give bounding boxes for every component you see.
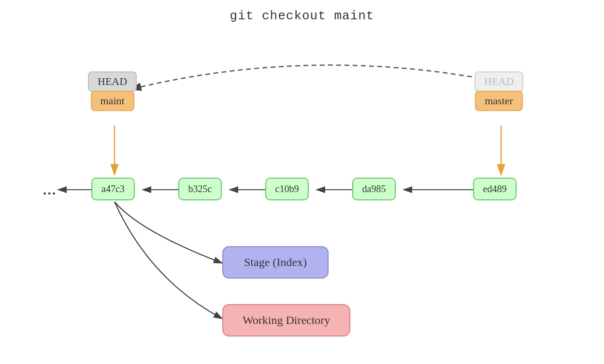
commit-a47c3: a47c3 xyxy=(91,178,135,200)
stage-index-box: Stage (Index) xyxy=(222,246,329,279)
head-active-box: HEAD maint xyxy=(88,71,137,111)
working-directory-box: Working Directory xyxy=(222,304,350,336)
commit-c10b9: c10b9 xyxy=(265,178,309,200)
head-faded-label: HEAD xyxy=(475,71,523,92)
ellipsis: … xyxy=(43,182,57,198)
head-faded-box: HEAD master xyxy=(475,71,523,111)
commit-ed489: ed489 xyxy=(473,178,517,200)
page-title: git checkout maint xyxy=(0,9,604,23)
head-active-label: HEAD xyxy=(88,71,137,92)
master-branch-label: master xyxy=(475,91,523,111)
maint-branch-label: maint xyxy=(91,91,134,111)
diagram: git checkout maint xyxy=(0,0,604,364)
commit-b325c: b325c xyxy=(178,178,222,200)
commit-da985: da985 xyxy=(352,178,396,200)
